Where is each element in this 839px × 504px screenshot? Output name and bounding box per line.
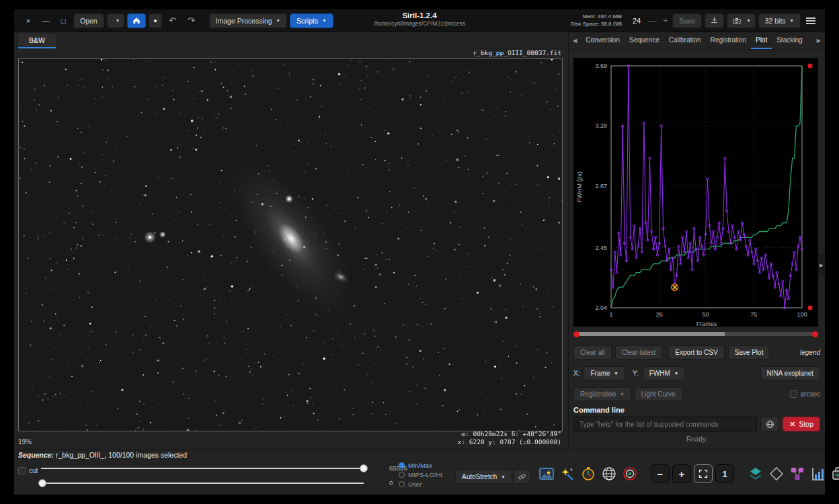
chevron-down-icon: ▼ [276,18,280,23]
export-csv-button[interactable]: Export to CSV [668,345,724,360]
statistics-button[interactable] [809,465,827,483]
home-button[interactable] [127,13,146,28]
layers-button[interactable] [746,465,764,483]
image-processing-label: Image Processing [216,17,272,25]
panel-tabs: ◀ Conversion Sequence Calibration Regist… [569,32,825,50]
astro-image-canvas[interactable] [19,59,562,431]
radio-minmax[interactable]: Min/Max [399,460,442,470]
open-dropdown-button[interactable]: ▼ [107,13,124,28]
window-title: Siril-1.2.4 /home/cyril/images/CP/M31/pr… [374,11,465,27]
tab-sequence[interactable]: Sequence [625,32,664,49]
photometry-button[interactable] [621,465,639,483]
tab-plot[interactable]: Plot [751,32,772,49]
pixel-math-button[interactable] [788,465,806,483]
zoom-100-button[interactable]: 1 [715,464,734,483]
magic-wand-button[interactable] [558,465,576,483]
radio-mips[interactable]: MIPS-LO/HI [399,470,442,479]
astrometry-button[interactable] [600,465,618,483]
light-curve-button[interactable]: Light Curve [635,387,682,401]
tab-bw[interactable]: B&W [18,34,56,48]
decrease-button[interactable]: — [648,16,656,26]
arcsec-checkbox[interactable] [790,390,797,398]
redo-icon[interactable]: ↷ [186,15,198,26]
chevron-down-icon: ▼ [614,371,618,376]
mem-info: Mem: 497.4 MiB [571,13,622,20]
range-handle-right[interactable] [812,331,818,337]
save-as-button[interactable] [705,13,724,28]
fwhm-plot[interactable]: 2.042.452.873.283.691265075100FWHM (px)F… [573,58,818,327]
tabs-scroll-left-icon[interactable]: ◀ [569,32,581,49]
svg-text:1: 1 [609,311,612,318]
zoom-counter: 24 [633,17,641,25]
lo-slider[interactable]: 0 [37,478,381,488]
clear-all-button[interactable]: Clear all [573,345,612,360]
loaded-filename: r_bkg_pp_OIII_00037.fit [473,49,561,56]
snapshot-button[interactable]: ▼ [727,13,755,28]
x-axis-selector[interactable]: Frame ▼ [584,366,625,380]
y-axis-selector[interactable]: FWHM ▼ [643,366,686,380]
fwhm-plot-svg[interactable]: 2.042.452.873.283.691265075100FWHM (px)F… [573,58,818,327]
hi-slider-track[interactable] [41,468,364,469]
registration-layer-selector[interactable]: Registration ▼ [573,387,631,401]
app-title: Siril-1.2.4 [374,11,465,19]
hi-slider-handle[interactable] [360,464,368,472]
command-input[interactable] [573,417,757,431]
range-track[interactable] [575,332,816,336]
resource-info: Mem: 497.4 MiB Disk Space: 38.8 GiB [571,13,622,28]
scripts-menu[interactable]: Scripts ▼ [290,13,333,28]
tab-registration[interactable]: Registration [706,32,751,49]
clear-latest-button[interactable]: Clear latest [615,345,663,360]
increase-button[interactable]: + [663,16,668,26]
image-viewer-panel: B&W r_bkg_pp_OIII_00037.fit 19% α: 00h28… [14,32,568,449]
bit-depth-selector[interactable]: 32 bits ▼ [758,13,801,28]
globe-grid-icon [601,466,617,482]
lo-slider-handle[interactable] [38,479,46,487]
sequence-info: Sequence: r_bkg_pp_OIII_, 100/100 images… [18,451,187,459]
stop-button[interactable]: ✕ Stop [783,417,820,431]
command-line-label: Command line [573,406,625,414]
nina-exoplanet-button[interactable]: NINA exoplanet [760,366,821,380]
radio-user[interactable]: User [399,479,442,489]
sequence-frames-button[interactable] [830,465,839,483]
header-bar: × — □ Open ▼ ● ↶ ↷ Image Processing ▼ Sc… [14,9,825,32]
hamburger-menu-icon[interactable] [806,17,815,24]
close-icon[interactable]: × [23,17,34,25]
svg-text:2.87: 2.87 [595,183,607,190]
frame-range-slider[interactable] [573,329,818,339]
layers-icon [748,466,764,482]
tab-calibration[interactable]: Calibration [664,32,706,49]
picture-star-button[interactable] [537,465,555,483]
display-mode-selector[interactable]: AutoStretch ▼ [455,470,512,484]
maximize-icon[interactable]: □ [58,17,69,25]
magic-wand-icon [559,466,575,482]
tab-stacking[interactable]: Stacking [772,32,807,49]
undo-icon[interactable]: ↶ [167,15,179,26]
stopwatch-button[interactable] [579,465,597,483]
save-button[interactable]: Save [672,13,702,28]
zoom-fit-button[interactable] [694,464,713,483]
tab-conversion[interactable]: Conversion [581,32,625,49]
radio-mips-label: MIPS-LO/HI [408,471,442,478]
range-handle-left[interactable] [573,331,580,337]
command-help-button[interactable] [760,417,779,431]
minimize-icon[interactable]: — [40,17,51,25]
hi-slider[interactable]: 65535 [37,463,381,473]
open-button[interactable]: Open [73,13,104,28]
working-directory: /home/cyril/images/CP/M31/process [374,20,465,27]
panel-expander[interactable]: ▶ [818,254,825,277]
save-plot-button[interactable]: Save Plot [728,345,770,360]
image-processing-menu[interactable]: Image Processing ▼ [209,13,287,28]
zoom-in-button[interactable]: + [672,464,691,483]
chevron-down-icon: ▼ [501,474,505,479]
tabs-scroll-right-icon[interactable]: ▶ [813,32,825,49]
globe-icon [765,419,775,429]
record-button[interactable]: ● [149,13,161,28]
chevron-down-icon: ▼ [116,18,120,23]
cut-checkbox[interactable] [18,467,26,474]
svg-text:3.69: 3.69 [595,62,607,69]
link-channels-button[interactable] [513,470,530,484]
diamond-button[interactable] [767,465,785,483]
zoom-out-button[interactable]: − [651,464,670,483]
lo-slider-track[interactable] [41,482,364,484]
arcsec-label: arcsec [801,390,820,398]
